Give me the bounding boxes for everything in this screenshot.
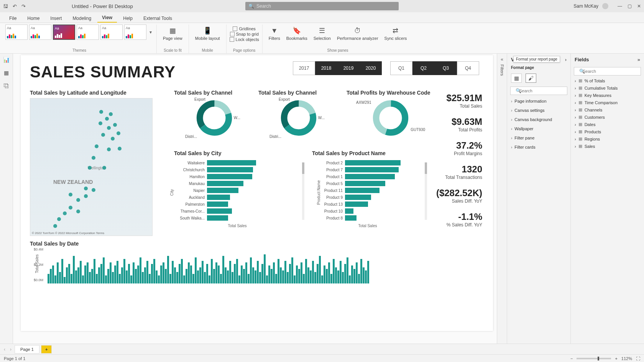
menu-tab-external-tools[interactable]: External Tools: [139, 14, 177, 23]
kpi-card[interactable]: ($282.52K)Sales Diff. YoY: [421, 188, 482, 204]
global-search[interactable]: 🔍 Search: [245, 2, 399, 10]
zoom-in-icon[interactable]: +: [615, 356, 617, 361]
performance-analyzer-button[interactable]: ⏱Performance analyzer: [334, 25, 381, 41]
field-table[interactable]: ›▦Sales: [571, 143, 644, 150]
expand-icon[interactable]: «: [501, 57, 503, 62]
themes-dropdown-icon[interactable]: ▾: [148, 29, 153, 35]
viz-search[interactable]: 🔍: [510, 87, 567, 95]
selection-button[interactable]: ☰Selection: [310, 25, 334, 41]
scrollbar[interactable]: [302, 162, 304, 220]
close-icon[interactable]: ✕: [637, 3, 641, 9]
filters-button[interactable]: ▼Filters: [266, 25, 283, 41]
bar-row: Product 7: [312, 167, 423, 172]
menu-tab-view[interactable]: View: [97, 13, 117, 23]
add-page-button[interactable]: +: [41, 345, 52, 354]
slicer-btn-Q2[interactable]: Q2: [412, 61, 435, 75]
slicer-btn-2020[interactable]: 2020: [360, 61, 382, 75]
kpi-card[interactable]: -1.1%% Sales Diff. YoY: [421, 211, 482, 228]
report-canvas[interactable]: SALES SUMMARY 2017201820192020 Q1Q2Q3Q4 …: [21, 55, 493, 331]
fit-to-page-icon[interactable]: ⛶: [636, 356, 640, 361]
undo-icon[interactable]: ↶: [13, 3, 17, 9]
data-view-icon[interactable]: ▦: [4, 70, 9, 76]
map-visual[interactable]: Total Sales by Latitude and Longitude NE…: [30, 90, 160, 236]
mobile-layout-button[interactable]: 📱Mobile layout: [192, 25, 223, 41]
kpi-card[interactable]: $9.63MTotal Profits: [421, 116, 482, 133]
fields-search[interactable]: 🔍: [574, 67, 641, 75]
city-bar-chart[interactable]: Total Sales by City City WaitakereChrist…: [174, 150, 301, 228]
report-view-icon[interactable]: 📊: [3, 57, 10, 63]
map[interactable]: NEW ZEALAND Wellington © 2022 TomTom © 2…: [30, 98, 153, 236]
donut-channel-1[interactable]: Total Sales by Channel Export W... Distr…: [174, 90, 255, 140]
sync-slicers-button[interactable]: ⇄Sync slicers: [381, 25, 410, 41]
canvas-area[interactable]: SALES SUMMARY 2017201820192020 Q1Q2Q3Q4 …: [13, 54, 497, 344]
format-section[interactable]: ›Canvas settings: [507, 106, 570, 115]
zoom-out-icon[interactable]: −: [570, 356, 573, 361]
theme-swatch-selected[interactable]: Aa: [53, 25, 75, 40]
slicer-btn-Q4[interactable]: Q4: [457, 61, 479, 75]
field-table[interactable]: ›▦Time Comparison: [571, 99, 644, 106]
format-page-icon[interactable]: 🖌: [526, 74, 536, 83]
slicer-btn-2018[interactable]: 2018: [315, 61, 337, 75]
model-view-icon[interactable]: ⿻: [4, 83, 9, 89]
avatar[interactable]: [602, 3, 608, 9]
page-prev-icon[interactable]: ‹: [2, 347, 7, 352]
minimize-icon[interactable]: —: [618, 3, 622, 9]
format-section[interactable]: ›Filter pane: [507, 133, 570, 143]
build-visual-icon[interactable]: ▦: [511, 74, 522, 83]
menu-tab-file[interactable]: File: [5, 14, 21, 23]
field-table[interactable]: ›▦Customers: [571, 113, 644, 121]
format-section[interactable]: ›Canvas background: [507, 115, 570, 124]
field-table[interactable]: ›▦% of Totals: [571, 77, 644, 84]
snap-checkbox[interactable]: Snap to grid: [230, 32, 259, 36]
titlebar: 🖫 ↶ ↷ Untitled - Power BI Desktop 🔍 Sear…: [0, 0, 644, 12]
format-section[interactable]: ›Page information: [507, 97, 570, 106]
quarter-slicer[interactable]: Q1Q2Q3Q4: [390, 61, 479, 75]
maximize-icon[interactable]: ▢: [628, 3, 632, 9]
filters-pane-collapsed[interactable]: « Filters: [497, 54, 507, 344]
kpi-card[interactable]: 37.2%Profit Margins: [421, 140, 482, 156]
field-table[interactable]: ›▦Cumulative Totals: [571, 84, 644, 92]
year-slicer[interactable]: 2017201820192020: [293, 61, 382, 75]
donut-channel-2[interactable]: Total Sales by Channel Export W... Distr…: [258, 90, 339, 140]
theme-swatch[interactable]: Aa: [5, 25, 28, 40]
field-table[interactable]: ›▦Channels: [571, 106, 644, 113]
menu-tab-insert[interactable]: Insert: [46, 14, 66, 23]
field-table[interactable]: ›▦Key Measures: [571, 92, 644, 99]
menu-tab-home[interactable]: Home: [23, 14, 44, 23]
kpi-card[interactable]: 1320Total Transactions: [421, 164, 482, 180]
format-section[interactable]: ›Filter cards: [507, 143, 570, 152]
zoom-slider[interactable]: [577, 358, 611, 359]
menu-tab-modeling[interactable]: Modeling: [68, 14, 96, 23]
page-view-button[interactable]: ▦Page view: [160, 25, 186, 41]
themes-gallery[interactable]: Aa Aa Aa Aa Aa Aa ▾: [5, 25, 153, 40]
product-bar-chart[interactable]: Total Sales by Product Name Product Name…: [312, 150, 423, 228]
theme-swatch[interactable]: Aa: [100, 25, 123, 40]
collapse-icon[interactable]: ›: [565, 57, 567, 62]
theme-swatch[interactable]: Aa: [77, 25, 99, 40]
bookmarks-button[interactable]: 🔖Bookmarks: [283, 25, 310, 41]
kpi-card[interactable]: $25.91MTotal Sales: [421, 93, 482, 109]
page-tab[interactable]: Page 1: [15, 345, 39, 354]
save-icon[interactable]: 🖫: [3, 3, 8, 9]
window-title: Untitled - Power BI Desktop: [72, 3, 133, 9]
gridlines-checkbox[interactable]: Gridlines: [233, 26, 255, 31]
slicer-btn-2019[interactable]: 2019: [337, 61, 360, 75]
redo-icon[interactable]: ↷: [21, 3, 26, 9]
slicer-btn-Q3[interactable]: Q3: [435, 61, 457, 75]
theme-swatch[interactable]: Aa: [124, 25, 146, 40]
bar-row: Auckland: [174, 195, 301, 200]
lock-checkbox[interactable]: Lock objects: [230, 37, 259, 42]
slicer-btn-2017[interactable]: 2017: [293, 61, 315, 75]
page-next-icon[interactable]: ›: [8, 347, 13, 352]
field-table[interactable]: ›▦Products: [571, 128, 644, 135]
field-table[interactable]: ›▦Dates: [571, 121, 644, 128]
field-table[interactable]: ›▦Regions: [571, 135, 644, 143]
slicer-btn-Q1[interactable]: Q1: [390, 61, 412, 75]
menu-tab-help[interactable]: Help: [118, 14, 137, 23]
format-section[interactable]: ›Wallpaper: [507, 124, 570, 133]
scrollbar[interactable]: [425, 162, 427, 220]
date-column-chart[interactable]: Total Sales by Date Total Sales $0.4M $0…: [30, 241, 436, 283]
collapse-icon[interactable]: »: [637, 57, 640, 62]
user-name[interactable]: Sam McKay: [573, 3, 598, 9]
theme-swatch[interactable]: Aa: [29, 25, 51, 40]
